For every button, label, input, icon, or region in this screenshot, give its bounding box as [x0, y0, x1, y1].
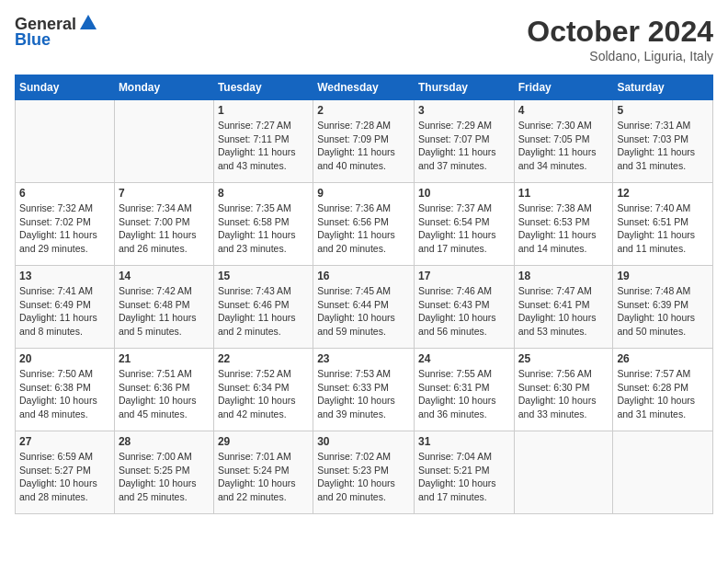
daylight: Daylight: 11 hours and 17 minutes. — [418, 229, 496, 254]
daylight: Daylight: 10 hours and 28 minutes. — [19, 477, 97, 502]
day-number: 31 — [418, 435, 510, 448]
daylight: Daylight: 10 hours and 39 minutes. — [317, 395, 395, 419]
day-cell: 11 Sunrise: 7:38 AM Sunset: 6:53 PM Dayl… — [514, 183, 613, 266]
day-info: Sunrise: 6:59 AM Sunset: 5:27 PM Dayligh… — [19, 450, 110, 504]
sunrise: Sunrise: 7:56 AM — [518, 368, 592, 379]
calendar-header: SundayMondayTuesdayWednesdayThursdayFrid… — [16, 75, 713, 100]
day-cell: 1 Sunrise: 7:27 AM Sunset: 7:11 PM Dayli… — [213, 100, 313, 183]
daylight: Daylight: 10 hours and 20 minutes. — [317, 477, 395, 502]
day-info: Sunrise: 7:36 AM Sunset: 6:56 PM Dayligh… — [317, 201, 410, 256]
sunrise: Sunrise: 7:02 AM — [317, 451, 391, 462]
sunset: Sunset: 6:30 PM — [518, 382, 590, 393]
day-info: Sunrise: 7:28 AM Sunset: 7:09 PM Dayligh… — [317, 119, 410, 173]
header-cell-saturday: Saturday — [613, 75, 713, 100]
daylight: Daylight: 10 hours and 33 minutes. — [518, 395, 597, 419]
day-cell: 17 Sunrise: 7:46 AM Sunset: 6:43 PM Dayl… — [414, 266, 514, 349]
day-info: Sunrise: 7:56 AM Sunset: 6:30 PM Dayligh… — [518, 367, 609, 421]
day-number: 3 — [418, 104, 510, 117]
day-number: 13 — [19, 270, 110, 282]
sunset: Sunset: 7:02 PM — [19, 216, 91, 227]
day-info: Sunrise: 7:51 AM Sunset: 6:36 PM Dayligh… — [119, 367, 210, 421]
sunset: Sunset: 5:27 PM — [19, 465, 91, 476]
day-cell: 15 Sunrise: 7:43 AM Sunset: 6:46 PM Dayl… — [213, 266, 313, 349]
daylight: Daylight: 10 hours and 53 minutes. — [518, 312, 597, 337]
daylight: Daylight: 11 hours and 43 minutes. — [218, 146, 296, 171]
sunset: Sunset: 5:25 PM — [119, 465, 190, 476]
sunrise: Sunrise: 7:31 AM — [617, 120, 690, 131]
day-cell: 2 Sunrise: 7:28 AM Sunset: 7:09 PM Dayli… — [313, 100, 415, 183]
sunrise: Sunrise: 7:27 AM — [218, 120, 291, 131]
sunrise: Sunrise: 7:53 AM — [317, 368, 391, 379]
daylight: Daylight: 10 hours and 17 minutes. — [418, 477, 496, 502]
day-info: Sunrise: 7:45 AM Sunset: 6:44 PM Dayligh… — [317, 284, 410, 339]
sunset: Sunset: 6:56 PM — [317, 216, 389, 227]
day-info: Sunrise: 7:52 AM Sunset: 6:34 PM Dayligh… — [218, 367, 309, 421]
day-number: 26 — [617, 352, 709, 365]
day-info: Sunrise: 7:34 AM Sunset: 7:00 PM Dayligh… — [119, 201, 210, 256]
day-cell — [16, 100, 115, 183]
day-cell: 14 Sunrise: 7:42 AM Sunset: 6:48 PM Dayl… — [114, 266, 213, 349]
day-number: 17 — [418, 270, 510, 282]
sunrise: Sunrise: 7:01 AM — [218, 451, 291, 462]
day-number: 7 — [119, 187, 210, 200]
sunrise: Sunrise: 7:43 AM — [218, 285, 291, 296]
week-row-5: 27 Sunrise: 6:59 AM Sunset: 5:27 PM Dayl… — [16, 431, 713, 514]
svg-marker-0 — [80, 15, 97, 29]
day-number: 22 — [218, 352, 309, 365]
daylight: Daylight: 11 hours and 5 minutes. — [119, 312, 197, 337]
title-block: October 2024 Soldano, Liguria, Italy — [527, 15, 713, 63]
sunset: Sunset: 6:34 PM — [218, 382, 290, 393]
sunset: Sunset: 6:46 PM — [218, 299, 290, 310]
day-cell: 25 Sunrise: 7:56 AM Sunset: 6:30 PM Dayl… — [514, 349, 613, 431]
calendar-table: SundayMondayTuesdayWednesdayThursdayFrid… — [15, 75, 713, 514]
day-info: Sunrise: 7:02 AM Sunset: 5:23 PM Dayligh… — [317, 450, 410, 504]
daylight: Daylight: 11 hours and 34 minutes. — [518, 146, 597, 171]
sunset: Sunset: 6:41 PM — [518, 299, 590, 310]
week-row-2: 6 Sunrise: 7:32 AM Sunset: 7:02 PM Dayli… — [16, 183, 713, 266]
day-cell — [114, 100, 213, 183]
day-cell: 28 Sunrise: 7:00 AM Sunset: 5:25 PM Dayl… — [114, 431, 213, 514]
day-number: 14 — [119, 270, 210, 282]
sunset: Sunset: 6:31 PM — [418, 382, 490, 393]
sunrise: Sunrise: 7:45 AM — [317, 285, 391, 296]
day-info: Sunrise: 7:30 AM Sunset: 7:05 PM Dayligh… — [518, 119, 609, 173]
day-info: Sunrise: 7:38 AM Sunset: 6:53 PM Dayligh… — [518, 201, 609, 256]
daylight: Daylight: 10 hours and 31 minutes. — [617, 395, 695, 419]
sunset: Sunset: 6:51 PM — [617, 216, 688, 227]
header-cell-monday: Monday — [114, 75, 213, 100]
sunrise: Sunrise: 7:36 AM — [317, 202, 391, 213]
day-cell: 26 Sunrise: 7:57 AM Sunset: 6:28 PM Dayl… — [613, 349, 713, 431]
day-number: 15 — [218, 270, 309, 282]
daylight: Daylight: 11 hours and 11 minutes. — [617, 229, 695, 254]
day-number: 29 — [218, 435, 309, 448]
day-number: 21 — [119, 352, 210, 365]
day-cell: 5 Sunrise: 7:31 AM Sunset: 7:03 PM Dayli… — [613, 100, 713, 183]
sunset: Sunset: 7:07 PM — [418, 133, 490, 144]
sunrise: Sunrise: 7:50 AM — [19, 368, 93, 379]
day-number: 4 — [518, 104, 609, 117]
day-info: Sunrise: 7:29 AM Sunset: 7:07 PM Dayligh… — [418, 119, 510, 173]
daylight: Daylight: 10 hours and 25 minutes. — [119, 477, 197, 502]
day-info: Sunrise: 7:27 AM Sunset: 7:11 PM Dayligh… — [218, 119, 309, 173]
sunset: Sunset: 5:24 PM — [218, 465, 290, 476]
day-number: 12 — [617, 187, 709, 200]
sunset: Sunset: 6:53 PM — [518, 216, 590, 227]
day-cell: 10 Sunrise: 7:37 AM Sunset: 6:54 PM Dayl… — [414, 183, 514, 266]
daylight: Daylight: 11 hours and 2 minutes. — [218, 312, 296, 337]
day-cell: 12 Sunrise: 7:40 AM Sunset: 6:51 PM Dayl… — [613, 183, 713, 266]
sunset: Sunset: 6:44 PM — [317, 299, 389, 310]
sunrise: Sunrise: 7:40 AM — [617, 202, 690, 213]
logo-blue-text: Blue — [15, 30, 51, 50]
sunset: Sunset: 7:00 PM — [119, 216, 190, 227]
day-cell: 3 Sunrise: 7:29 AM Sunset: 7:07 PM Dayli… — [414, 100, 514, 183]
location-subtitle: Soldano, Liguria, Italy — [527, 49, 713, 63]
daylight: Daylight: 10 hours and 56 minutes. — [418, 312, 496, 337]
day-info: Sunrise: 7:01 AM Sunset: 5:24 PM Dayligh… — [218, 450, 309, 504]
day-cell: 31 Sunrise: 7:04 AM Sunset: 5:21 PM Dayl… — [414, 431, 514, 514]
day-number: 20 — [19, 352, 110, 365]
sunset: Sunset: 6:43 PM — [418, 299, 490, 310]
day-number: 28 — [119, 435, 210, 448]
day-info: Sunrise: 7:46 AM Sunset: 6:43 PM Dayligh… — [418, 284, 510, 339]
day-cell: 27 Sunrise: 6:59 AM Sunset: 5:27 PM Dayl… — [16, 431, 115, 514]
day-cell — [613, 431, 713, 514]
